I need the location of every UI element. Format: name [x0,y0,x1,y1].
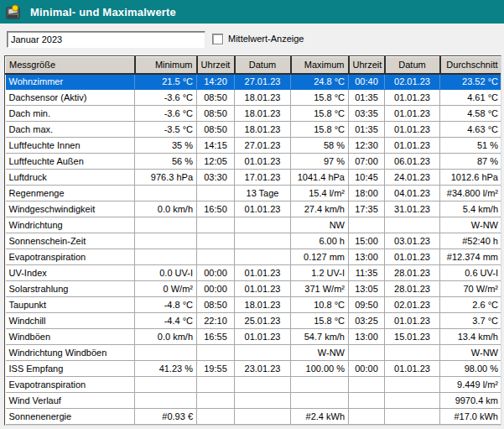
value-cell: 100.00 % [291,361,349,377]
column-header-datum-max[interactable]: Datum [385,57,440,74]
mittelwert-checkbox[interactable] [212,34,223,44]
value-cell [385,345,440,361]
value-cell: 54.7 km/h [291,329,349,345]
column-header-durchschnitt[interactable]: Durchschnitt [440,57,502,74]
value-cell: 02.01.23 [385,74,440,90]
value-cell: 06.01.23 [385,154,440,170]
column-header-datum-min[interactable]: Datum [235,57,291,74]
value-cell: -3.6 °C [135,106,197,122]
measure-name-cell: Sonnenenergie [6,409,135,425]
table-row[interactable]: Dachsensor (Aktiv)-3.6 °C08:5018.01.2315… [6,90,502,106]
value-cell: W-NW [291,345,349,361]
value-cell: 15.01.23 [385,329,440,345]
value-cell: 15.8 °C [291,122,349,138]
value-cell [385,217,440,233]
value-cell: 3.7 °C [440,313,502,329]
table-row[interactable]: Sonnenschein-Zeit6.00 h15:0003.01.23#52:… [6,233,502,249]
value-cell [197,393,235,409]
column-header-messgroesse[interactable]: Messgröße [6,57,135,74]
value-cell: 24.8 °C [291,74,349,90]
value-cell: 41.23 % [135,361,197,377]
column-header-uhrzeit-min[interactable]: Uhrzeit [197,57,235,74]
table-row[interactable]: Windgeschwindigkeit0.0 km/h16:5001.01.23… [6,201,502,217]
value-cell: 03:30 [197,170,235,186]
period-input[interactable] [7,31,205,48]
value-cell: 04.01.23 [385,186,440,201]
measure-name-cell: Taupunkt [6,297,135,313]
value-cell: 01.01.23 [235,265,291,281]
value-cell: 17:35 [349,201,385,217]
table-row[interactable]: Windchill-4.4 °C22:1025.01.2315.8 °C03:2… [6,313,502,329]
value-cell: 1.2 UV-I [291,265,349,281]
value-cell: 371 W/m² [291,281,349,297]
value-cell: 15.8 °C [291,106,349,122]
value-cell: #52:40 h [440,233,502,249]
value-cell: 01.01.23 [385,106,440,122]
table-row[interactable]: Taupunkt-4.8 °C08:5018.01.2310.8 °C09:50… [6,297,502,313]
table-row[interactable]: Wind Verlauf9970.4 km [6,393,502,409]
value-cell [135,233,197,249]
measure-name-cell: Windrichtung [6,217,135,233]
measure-name-cell: Luftfeuchte Innen [6,138,135,154]
value-cell: 17.01.23 [235,170,291,186]
minmax-table: Messgröße Minimum Uhrzeit Datum Maximum … [5,56,501,425]
table-row[interactable]: Dach max.-3.5 °C08:5018.01.2315.8 °C01:3… [6,122,502,138]
weather-station-icon [5,3,23,21]
table-row[interactable]: ISS Empfang41.23 %19:5523.01.23100.00 %0… [6,361,502,377]
value-cell: 14:20 [197,74,235,90]
value-cell [135,217,197,233]
value-cell: #34.800 l/m² [440,186,502,201]
value-cell: 01.01.23 [385,249,440,265]
value-cell [197,233,235,249]
table-row[interactable]: Solarstrahlung0 W/m²00:0001.01.23371 W/m… [6,281,502,297]
column-header-minimum[interactable]: Minimum [135,57,197,74]
table-row[interactable]: WindrichtungNWW-NW [6,217,502,233]
measure-name-cell: UV-Index [6,265,135,281]
table-row[interactable]: Dach min.-3.6 °C08:5018.01.2315.8 °C03:3… [6,106,502,122]
value-cell: 09:50 [349,297,385,313]
column-header-uhrzeit-max[interactable]: Uhrzeit [349,57,385,74]
value-cell: 6.00 h [291,233,349,249]
minmax-window: Minimal- und Maximalwerte Mittelwert-Anz… [0,0,504,429]
measure-name-cell: Windchill [6,313,135,329]
value-cell: 01.01.23 [235,281,291,297]
measure-name-cell: Evapotranspiration [6,249,135,265]
value-cell: 13:05 [349,281,385,297]
table-row[interactable]: Wohnzimmer21.5 °C14:2027.01.2324.8 °C00:… [6,74,502,90]
value-cell: 24.01.23 [385,170,440,186]
table-row[interactable]: Windrichtung WindböenW-NWW-NW [6,345,502,361]
value-cell: 27.01.23 [235,74,291,90]
table-row[interactable]: Luftdruck976.3 hPa03:3017.01.231041.4 hP… [6,170,502,186]
measure-name-cell: Luftfeuchte Außen [6,154,135,170]
column-header-maximum[interactable]: Maximum [291,57,349,74]
value-cell: 08:50 [197,122,235,138]
value-cell: 5.4 km/h [440,201,502,217]
table-row[interactable]: Windböen0.0 km/h16:5501.01.2354.7 km/h13… [6,329,502,345]
table-row[interactable]: Sonnenenergie#0.93 €#2.4 kWh#17.0 kWh [6,409,502,425]
table-row[interactable]: UV-Index0.0 UV-I00:0001.01.231.2 UV-I11:… [6,265,502,281]
table-row[interactable]: Luftfeuchte Außen56 %12:0501.01.2397 %07… [6,154,502,170]
value-cell: -3.5 °C [135,122,197,138]
value-cell: 27.01.23 [235,138,291,154]
value-cell [197,217,235,233]
value-cell: 25.01.23 [235,313,291,329]
value-cell: NW [291,217,349,233]
window-title: Minimal- und Maximalwerte [30,6,176,18]
value-cell: 87 % [440,154,502,170]
value-cell: 12:30 [349,138,385,154]
value-cell: 16:50 [197,201,235,217]
value-cell [349,217,385,233]
table-row[interactable]: Luftfeuchte Innen35 %14:1527.01.2358 %12… [6,138,502,154]
value-cell: 01.01.23 [235,201,291,217]
table-row[interactable]: Evapotranspiration0.127 mm13:0001.01.23#… [6,249,502,265]
value-cell [135,393,197,409]
value-cell [291,377,349,393]
value-cell: 01:35 [349,90,385,106]
value-cell: 23.01.23 [235,361,291,377]
value-cell: -3.6 °C [135,90,197,106]
value-cell: 00:00 [197,265,235,281]
table-row[interactable]: Evapotranspiration9.449 l/m² [6,377,502,393]
value-cell: 00:00 [349,361,385,377]
value-cell: 4.63 °C [440,122,502,138]
table-row[interactable]: Regenmenge13 Tage15.4 l/m²18:0004.01.23#… [6,186,502,201]
